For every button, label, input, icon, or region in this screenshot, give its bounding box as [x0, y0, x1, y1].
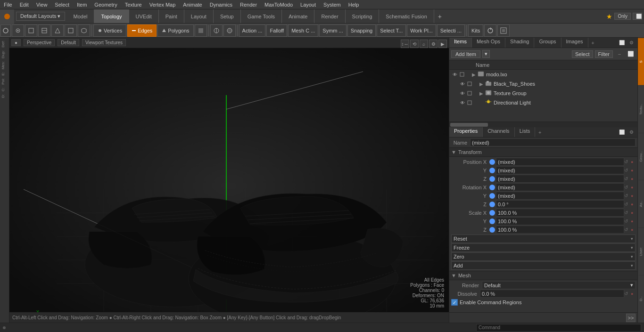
strip-s[interactable]: S — [638, 38, 644, 85]
menu-help[interactable]: Help — [345, 1, 363, 8]
left-strip-mes[interactable]: Mes: — [1, 60, 8, 70]
tab-meshops[interactable]: Mesh Ops — [472, 38, 505, 48]
panel-arrow-button[interactable]: >> — [626, 314, 636, 322]
rotation-y-reset[interactable]: ↺ — [624, 193, 631, 198]
rotation-x-record[interactable]: ● — [631, 185, 637, 190]
tab-images[interactable]: Images — [561, 38, 588, 48]
strip-d2[interactable]: D.. — [638, 275, 644, 323]
dissolve-reset[interactable]: ↺ — [624, 291, 631, 296]
rotation-z-reset[interactable]: ↺ — [624, 202, 631, 207]
strip-user[interactable]: User: — [638, 227, 644, 275]
expand-modo[interactable]: ▶ — [472, 72, 478, 77]
polygons-button[interactable]: Polygons — [157, 24, 193, 37]
strip-textu[interactable]: Textu.. — [638, 85, 644, 133]
panel-expand-icon[interactable]: ⬜ — [618, 39, 626, 47]
vp-perspective[interactable]: Perspective — [24, 39, 55, 46]
tab-uvedit[interactable]: UVEdit — [129, 9, 159, 23]
eye-icon-texture[interactable]: 👁 — [459, 89, 466, 97]
scale-x-record[interactable]: ● — [631, 211, 637, 215]
action-icon-2[interactable] — [223, 24, 236, 37]
scale-y-circle[interactable] — [489, 219, 495, 224]
reset-dropdown[interactable]: Reset ▾ — [451, 235, 636, 243]
eye-icon-shoes[interactable]: 👁 — [459, 80, 466, 88]
render-eye-modo[interactable] — [459, 72, 465, 77]
position-y-reset[interactable]: ↺ — [624, 168, 631, 173]
menu-vertexmap[interactable]: Vertex Map — [146, 1, 180, 8]
menu-item[interactable]: Item — [73, 1, 91, 8]
minus-button[interactable]: − — [615, 51, 624, 57]
command-regions-checkbox[interactable]: ✓ — [451, 299, 458, 306]
add-item-button[interactable]: Add Item — [451, 50, 480, 58]
mode-icon[interactable] — [195, 24, 207, 37]
left-strip-pol[interactable]: Pol: — [1, 77, 8, 86]
freeze-dropdown[interactable]: Freeze ▾ — [451, 243, 636, 252]
layouts-dropdown[interactable]: Default Layouts ▾ — [16, 12, 65, 21]
menu-geometry[interactable]: Geometry — [91, 1, 121, 8]
select-tu-label[interactable]: Select T... — [377, 24, 406, 37]
tool-icon-7[interactable] — [78, 24, 90, 37]
rotation-x-field[interactable]: (mixed) — [496, 183, 624, 191]
position-y-circle[interactable] — [489, 168, 495, 173]
tab-schematic[interactable]: Schematic Fusion — [379, 9, 434, 23]
select-button[interactable]: Select — [572, 50, 593, 58]
vp-default[interactable]: Default — [58, 39, 79, 46]
kits-label[interactable]: Kits — [468, 24, 483, 37]
menu-texture[interactable]: Texture — [121, 1, 146, 8]
rotation-z-circle[interactable] — [489, 202, 495, 207]
tree-hscroll-thumb[interactable] — [450, 123, 488, 127]
left-strip-c[interactable]: C: — [1, 87, 8, 92]
nav-icon-1[interactable] — [484, 24, 496, 37]
strip-as[interactable]: As.. — [638, 180, 644, 227]
render-eye-light[interactable] — [466, 100, 473, 105]
tab-layout[interactable]: Layout — [184, 9, 214, 23]
tab-shading[interactable]: Shading — [505, 38, 534, 48]
tab-lists[interactable]: Lists — [515, 127, 536, 137]
position-x-record[interactable]: ● — [631, 160, 637, 164]
position-x-field[interactable]: (mixed) — [496, 158, 624, 166]
vp-icon-rotate[interactable]: ⟲ — [410, 40, 419, 48]
tree-item-modo[interactable]: 👁 ▶ modo.lxo — [449, 70, 637, 79]
tab-animate[interactable]: Animate — [282, 9, 314, 23]
position-z-circle[interactable] — [489, 176, 495, 182]
left-strip-e[interactable]: E: — [1, 71, 8, 77]
position-z-reset[interactable]: ↺ — [624, 176, 631, 181]
scale-y-record[interactable]: ● — [631, 219, 637, 224]
viewport-canvas[interactable]: X Z Y All Edges Polygons : Face Channels… — [9, 48, 449, 323]
tab-topology[interactable]: Topology — [94, 9, 129, 23]
props-expand-icon[interactable]: ⬜ — [618, 128, 626, 137]
scale-y-field[interactable]: 100.0 % — [496, 217, 624, 225]
add-props-tab[interactable]: + — [535, 127, 545, 137]
menu-animate[interactable]: Animate — [179, 1, 206, 8]
rotation-x-circle[interactable] — [489, 185, 495, 190]
tab-render[interactable]: Render — [314, 9, 345, 23]
scale-z-reset[interactable]: ↺ — [624, 227, 631, 232]
menu-file[interactable]: File — [0, 1, 16, 8]
eye-icon-light[interactable]: 👁 — [459, 99, 466, 106]
left-strip-def[interactable]: Def: — [1, 40, 8, 49]
tab-channels[interactable]: Channels — [483, 127, 514, 137]
name-field[interactable]: (mixed) — [470, 138, 636, 146]
menu-dynamics[interactable]: Dynamics — [206, 1, 236, 8]
only-button[interactable]: Only — [614, 13, 631, 20]
dissolve-record[interactable]: ● — [631, 292, 637, 296]
vp-icon-play[interactable]: ▶ — [438, 40, 447, 48]
symm-label[interactable]: Symm ... — [319, 24, 346, 37]
nav-icon-2[interactable] — [497, 24, 510, 37]
tree-item-texture[interactable]: 👁 ▶ Texture Group — [449, 89, 637, 98]
render-dropdown[interactable]: Default ▾ — [482, 281, 636, 289]
scale-x-reset[interactable]: ↺ — [624, 210, 631, 215]
position-z-record[interactable]: ● — [631, 177, 637, 181]
menu-layout[interactable]: Layout — [297, 1, 320, 8]
add-panel-tab-button[interactable]: + — [588, 38, 598, 48]
vp-icon-move[interactable]: ↕↔ — [401, 40, 409, 48]
rotation-z-field[interactable]: 0.0 ° — [496, 200, 624, 208]
tab-gametools[interactable]: Game Tools — [241, 9, 282, 23]
expand-button[interactable]: ⬜ — [626, 51, 636, 57]
action-label[interactable]: Action ... — [239, 24, 266, 37]
tab-setup[interactable]: Setup — [214, 9, 241, 23]
render-eye-texture[interactable] — [466, 91, 473, 96]
tab-properties[interactable]: Properties — [449, 127, 483, 137]
edges-button[interactable]: Edges — [127, 24, 157, 37]
zero-dropdown[interactable]: Zero ▾ — [451, 252, 636, 261]
tool-icon-6[interactable] — [65, 24, 77, 37]
